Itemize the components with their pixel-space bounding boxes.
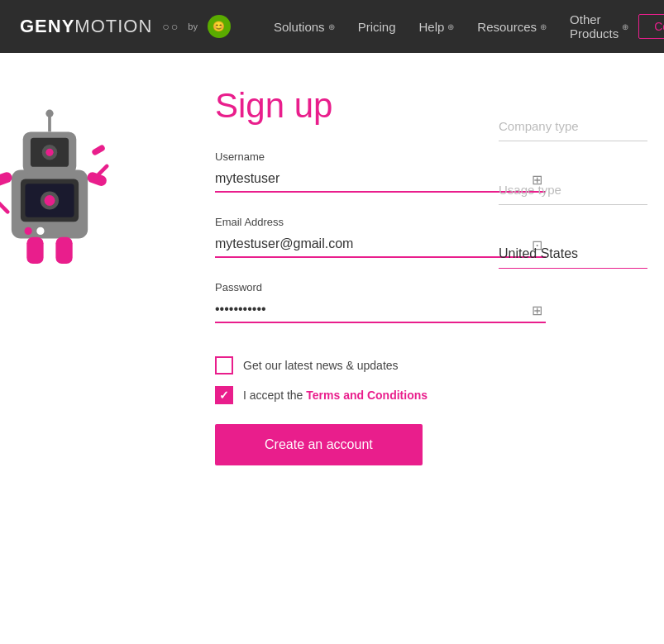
- svg-line-17: [0, 197, 7, 212]
- svg-rect-13: [0, 170, 13, 187]
- usage-type-placeholder: Usage type: [499, 183, 561, 197]
- email-input-wrapper: ⊡: [215, 233, 546, 258]
- username-group: Username ⊞: [215, 150, 546, 193]
- terms-label-pre: I accept the: [243, 389, 306, 402]
- check-icon: ✓: [219, 389, 229, 402]
- usage-type-field: Usage type: [499, 183, 647, 205]
- logo-by-text: by: [188, 21, 198, 31]
- company-type-placeholder: Company type: [499, 119, 579, 133]
- username-input-wrapper: ⊞: [215, 168, 546, 193]
- svg-point-5: [25, 227, 32, 235]
- resources-chevron-icon: ⊕: [540, 22, 547, 31]
- nav-item-pricing-label: Pricing: [358, 20, 396, 34]
- solutions-chevron-icon: ⊕: [328, 22, 335, 31]
- nav-right: Co...: [638, 14, 664, 39]
- newsletter-checkbox-row: Get our latest news & updates: [215, 356, 546, 374]
- nav-item-pricing[interactable]: Pricing: [348, 13, 406, 41]
- svg-point-10: [45, 149, 53, 156]
- nav-item-help-label: Help: [418, 20, 444, 34]
- checkbox-section: Get our latest news & updates ✓ I accept…: [215, 356, 546, 404]
- robot-illustration: [0, 86, 132, 301]
- navbar: GENYMOTION ○○ by 😊 Solutions ⊕ Pricing H…: [0, 0, 664, 53]
- nav-item-other-products[interactable]: Other Products ⊕: [560, 6, 638, 47]
- page-content: Sign up Username ⊞ Email Address ⊡ Passw…: [0, 53, 664, 644]
- email-label: Email Address: [215, 216, 546, 228]
- nav-links: Solutions ⊕ Pricing Help ⊕ Resources ⊕ O…: [264, 6, 638, 47]
- help-chevron-icon: ⊕: [447, 22, 454, 31]
- terms-checkbox-row: ✓ I accept the Terms and Conditions: [215, 386, 546, 404]
- nav-item-other-products-label: Other Products: [570, 12, 619, 41]
- nav-item-solutions[interactable]: Solutions ⊕: [264, 13, 345, 41]
- logo-circles: ○○: [162, 20, 179, 33]
- right-fields: Company type Usage type United States: [499, 119, 664, 310]
- logo-badge: 😊: [208, 15, 231, 38]
- terms-link[interactable]: Terms and Conditions: [306, 389, 428, 402]
- svg-rect-16: [55, 237, 72, 264]
- country-field: United States: [499, 246, 647, 269]
- svg-rect-19: [91, 144, 106, 156]
- nav-item-help[interactable]: Help ⊕: [408, 13, 464, 41]
- company-type-field: Company type: [499, 119, 647, 141]
- username-input[interactable]: [215, 168, 546, 191]
- create-account-button[interactable]: Create an account: [215, 424, 423, 465]
- signup-form: Sign up Username ⊞ Email Address ⊡ Passw…: [215, 86, 546, 611]
- email-group: Email Address ⊡: [215, 216, 546, 258]
- logo[interactable]: GENYMOTION ○○ by 😊: [20, 15, 231, 38]
- username-label: Username: [215, 150, 546, 163]
- svg-rect-15: [26, 237, 43, 264]
- password-group: Password ⊞: [215, 281, 546, 323]
- password-input-wrapper: ⊞: [215, 298, 546, 323]
- password-label: Password: [215, 281, 546, 293]
- logo-text: GENYMOTION: [20, 16, 152, 37]
- nav-item-solutions-label: Solutions: [274, 20, 325, 34]
- newsletter-label: Get our latest news & updates: [243, 359, 399, 372]
- contact-button[interactable]: Co...: [638, 14, 664, 39]
- nav-item-resources[interactable]: Resources ⊕: [467, 13, 557, 41]
- terms-checkbox[interactable]: ✓: [215, 386, 233, 404]
- svg-point-6: [36, 227, 44, 235]
- other-products-chevron-icon: ⊕: [622, 22, 628, 31]
- svg-point-4: [45, 195, 55, 206]
- svg-rect-14: [86, 170, 108, 187]
- newsletter-checkbox[interactable]: [215, 356, 233, 374]
- svg-point-12: [45, 110, 53, 117]
- terms-label: I accept the Terms and Conditions: [243, 389, 428, 402]
- password-input[interactable]: [215, 298, 546, 322]
- email-input[interactable]: [215, 233, 546, 256]
- signup-title: Sign up: [215, 86, 546, 126]
- nav-item-resources-label: Resources: [477, 20, 537, 34]
- country-value: United States: [499, 246, 578, 260]
